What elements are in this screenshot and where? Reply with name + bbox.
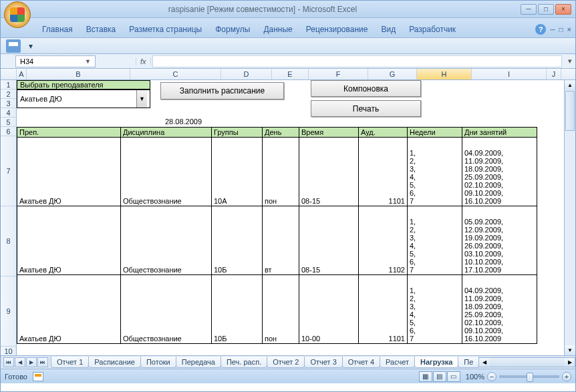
minimize-button[interactable]: ─ (521, 4, 537, 15)
formula-input[interactable] (152, 55, 562, 67)
tab-nav-next-icon[interactable]: ▶ (26, 357, 37, 367)
tab-nav-prev-icon[interactable]: ◀ (15, 357, 25, 367)
sheet-tab[interactable]: Пе (458, 357, 479, 368)
ribbon-tab[interactable]: Разметка страницы (122, 21, 208, 37)
normal-view-icon[interactable]: ▦ (419, 371, 432, 382)
table-cell[interactable]: пон (263, 275, 299, 344)
table-cell[interactable]: Акатьев ДЮ (17, 206, 121, 275)
cells-grid[interactable]: Выбрать преподавателя Акатьев ДЮ ▼ Запол… (17, 80, 575, 355)
row-header[interactable]: 3 (1, 99, 16, 108)
row-header[interactable]: 9 (1, 276, 16, 347)
maximize-button[interactable]: □ (538, 4, 554, 15)
zoom-slider[interactable] (499, 375, 559, 378)
row-header[interactable]: 5 (1, 118, 16, 127)
column-header[interactable]: C (130, 69, 221, 79)
sheet-tab[interactable]: Отчет 4 (342, 357, 380, 368)
vertical-scrollbar[interactable]: ▲ ▼ (564, 80, 575, 355)
row-header[interactable]: 8 (1, 206, 16, 276)
qat-dropdown-icon[interactable]: ▾ (23, 39, 38, 53)
name-box[interactable]: H34 ▼ (15, 55, 96, 67)
teacher-dropdown[interactable]: Акатьев ДЮ ▼ (17, 89, 150, 108)
sheet-tab[interactable]: Потоки (140, 357, 176, 368)
ribbon-tab[interactable]: Данные (257, 21, 299, 37)
zoom-out-icon[interactable]: − (487, 372, 496, 381)
table-cell[interactable]: 10А (212, 138, 263, 206)
doc-close-icon[interactable]: × (567, 25, 571, 33)
sheet-tab[interactable]: Отчет 3 (304, 357, 342, 368)
fill-schedule-button[interactable]: Заполнить расписание (160, 82, 284, 100)
ribbon-tab[interactable]: Вставка (80, 21, 123, 37)
column-header[interactable]: F (309, 69, 368, 79)
select-all-corner[interactable] (1, 69, 17, 79)
column-header[interactable]: H (417, 69, 472, 79)
table-cell[interactable]: 1, 2, 3, 4, 5, 6, 7 (408, 275, 462, 344)
ribbon-tab[interactable]: Вид (374, 21, 402, 37)
table-cell[interactable]: 08-15 (299, 138, 359, 206)
table-cell[interactable]: 08-15 (299, 206, 359, 275)
table-cell[interactable]: 10-00 (299, 275, 359, 344)
table-cell[interactable]: Обществознание (121, 275, 212, 344)
scroll-down-icon[interactable]: ▼ (565, 345, 575, 355)
table-cell[interactable]: Акатьев ДЮ (17, 138, 121, 206)
table-cell[interactable]: Акатьев ДЮ (17, 275, 121, 344)
row-header[interactable]: 1 (1, 80, 16, 89)
horizontal-scrollbar[interactable]: ◀ ▶ (478, 357, 575, 367)
scroll-left-icon[interactable]: ◀ (479, 358, 489, 367)
ribbon-tab[interactable]: Главная (35, 21, 80, 37)
table-cell[interactable]: 10Б (212, 206, 263, 275)
table-cell[interactable]: 04.09.2009, 11.09.2009, 18.09.2009, 25.0… (462, 138, 537, 206)
sheet-tab[interactable]: Нагрузка (414, 357, 458, 368)
scroll-up-icon[interactable]: ▲ (565, 80, 575, 90)
sheet-tab[interactable]: Печ. расп. (221, 357, 267, 368)
page-break-view-icon[interactable]: ▭ (447, 371, 460, 382)
dropdown-arrow-icon[interactable]: ▼ (136, 90, 147, 108)
row-header[interactable]: 6 (1, 127, 16, 136)
column-header[interactable]: A (17, 69, 27, 79)
sheet-tab[interactable]: Передача (176, 357, 221, 368)
table-cell[interactable]: 04.09.2009, 11.09.2009, 18.09.2009, 25.0… (462, 275, 537, 344)
macro-record-icon[interactable] (33, 372, 43, 381)
sheet-tab[interactable]: Отчет 2 (267, 357, 305, 368)
row-header[interactable]: 4 (1, 108, 16, 118)
column-header[interactable]: E (272, 69, 309, 79)
table-cell[interactable]: Обществознание (121, 206, 212, 275)
table-cell[interactable]: 1, 2, 3, 4, 5, 6, 7 (408, 138, 462, 206)
sheet-tab[interactable]: Расписание (88, 357, 141, 368)
tab-nav-last-icon[interactable]: ⏭ (37, 357, 48, 367)
ribbon-tab[interactable]: Разработчик (402, 21, 462, 37)
table-cell[interactable]: 1, 2, 3, 4, 5, 6, 7 (408, 206, 462, 275)
help-icon[interactable]: ? (535, 24, 546, 35)
zoom-in-icon[interactable]: + (562, 372, 571, 381)
table-cell[interactable]: 1101 (359, 275, 408, 344)
table-cell[interactable]: 1101 (359, 138, 408, 206)
scroll-thumb[interactable] (565, 91, 575, 131)
table-cell[interactable]: Обществознание (121, 138, 212, 206)
table-cell[interactable]: 05.09.2009, 12.09.2009, 19.09.2009, 26.0… (462, 206, 537, 275)
sheet-tab[interactable]: Отчет 1 (51, 357, 89, 368)
formula-expand-icon[interactable]: ▾ (565, 57, 575, 65)
tab-nav-first-icon[interactable]: ⏮ (3, 357, 14, 367)
column-header[interactable]: G (368, 69, 417, 79)
doc-restore-icon[interactable]: □ (559, 26, 563, 33)
save-icon[interactable] (6, 39, 21, 53)
office-button[interactable] (4, 1, 31, 28)
table-cell[interactable]: 10Б (212, 275, 263, 344)
sheet-tab[interactable]: Расчет (380, 357, 415, 368)
row-header[interactable]: 2 (1, 89, 16, 99)
column-header[interactable]: B (27, 69, 130, 79)
scroll-right-icon[interactable]: ▶ (565, 358, 575, 367)
table-cell[interactable]: 1102 (359, 206, 408, 275)
row-header[interactable]: 10 (1, 347, 16, 355)
table-cell[interactable]: пон (263, 138, 299, 206)
table-cell[interactable]: вт (263, 206, 299, 275)
close-button[interactable]: × (555, 4, 571, 15)
print-button[interactable]: Печать (311, 100, 421, 117)
ribbon-tab[interactable]: Формулы (208, 21, 257, 37)
ribbon-minimize-icon[interactable]: ─ (550, 26, 555, 33)
ribbon-tab[interactable]: Рецензирование (299, 21, 375, 37)
column-header[interactable]: I (472, 69, 547, 79)
column-header[interactable]: J (547, 69, 561, 79)
column-header[interactable]: D (221, 69, 272, 79)
page-layout-view-icon[interactable]: ▤ (433, 371, 446, 382)
layout-button[interactable]: Компоновка (311, 80, 421, 97)
